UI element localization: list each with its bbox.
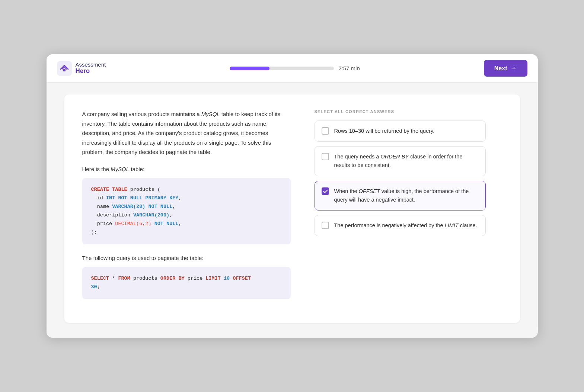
main-content: A company selling various products maint… [47,83,538,338]
logo-area: Assessment Hero [57,61,106,76]
code-block-table: CREATE TABLE products ( id INT NOT NULL … [82,178,291,244]
option-text-4: The performance is negatively affected b… [334,221,477,230]
arrow-right-icon: → [510,64,517,72]
content-card: A company selling various products maint… [64,94,520,323]
timer-area: 2:57 min [106,65,484,71]
logo-icon [57,61,72,76]
progress-bar-track [230,67,334,70]
left-panel: A company selling various products maint… [82,109,291,308]
table-label: Here is the MySQL table: [82,164,291,174]
app-window: Assessment Hero 2:57 min Next → A compan… [47,54,538,338]
checkbox-4[interactable] [322,222,329,229]
query-label: The following query is used to paginate … [82,253,291,263]
checkbox-3[interactable] [322,187,329,195]
option-text-1: Rows 10–30 will be returned by the query… [334,127,435,135]
timer-display: 2:57 min [338,65,360,71]
progress-bar-fill [230,67,269,70]
right-panel: SELECT ALL CORRECT ANSWERS Rows 10–30 wi… [315,109,486,308]
code-block-query: SELECT * FROM products ORDER BY price LI… [82,267,291,299]
option-text-2: The query needs a ORDER BY clause in ord… [334,152,479,170]
answer-option-2[interactable]: The query needs a ORDER BY clause in ord… [315,146,486,176]
checkbox-2[interactable] [322,153,329,160]
next-label: Next [494,65,507,72]
answer-option-1[interactable]: Rows 10–30 will be returned by the query… [315,121,486,142]
checkbox-1[interactable] [322,127,329,135]
option-text-3: When the OFFSET value is high, the perfo… [334,187,479,204]
svg-rect-1 [63,69,66,71]
logo-line1: Assessment [76,62,106,68]
next-button[interactable]: Next → [484,60,527,77]
header: Assessment Hero 2:57 min Next → [47,54,538,83]
answers-heading: SELECT ALL CORRECT ANSWERS [315,109,486,114]
answer-option-4[interactable]: The performance is negatively affected b… [315,215,486,236]
logo-text: Assessment Hero [76,62,106,75]
answer-option-3[interactable]: When the OFFSET value is high, the perfo… [315,181,486,211]
question-intro: A company selling various products maint… [82,109,291,157]
logo-line2: Hero [76,68,106,75]
